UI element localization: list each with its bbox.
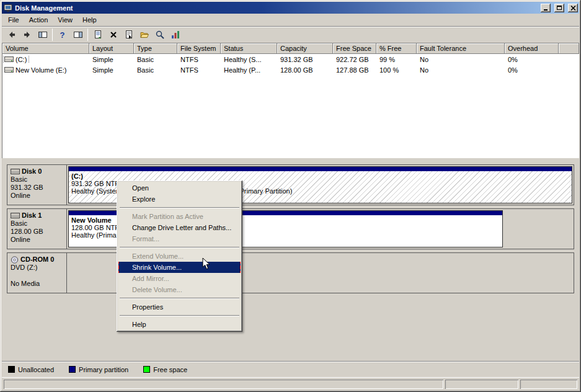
hard-disk-icon <box>11 168 20 175</box>
column-header-layout[interactable]: Layout <box>89 43 134 54</box>
toolbar-console-tree-button[interactable] <box>35 28 50 42</box>
disk-state: Online <box>11 192 63 200</box>
disk-0-header[interactable]: Disk 0 Basic 931.32 GB Online <box>7 165 67 205</box>
back-arrow-icon <box>7 30 17 40</box>
toolbar-forward-button[interactable] <box>19 28 35 42</box>
drive-icon <box>4 56 14 63</box>
toolbar-properties-button[interactable] <box>121 28 136 42</box>
status-pane-main <box>4 380 443 389</box>
toolbar-separator <box>52 29 53 41</box>
volume-row-e[interactable]: New Volume (E:) Simple Basic NTFS Health… <box>2 65 579 75</box>
column-header-file-system[interactable]: File System <box>177 43 221 54</box>
forward-arrow-icon <box>22 30 32 40</box>
menu-separator <box>120 315 239 316</box>
console-tree-icon <box>38 30 48 40</box>
column-header-status[interactable]: Status <box>221 43 277 54</box>
toolbar-delete-button[interactable] <box>105 28 121 42</box>
help-icon: ? <box>60 30 65 40</box>
cell-fault-tolerance: No <box>417 66 505 74</box>
menu-item-properties[interactable]: Properties <box>118 301 241 313</box>
status-pane-secondary <box>445 380 518 389</box>
menu-action[interactable]: Action <box>24 14 53 25</box>
cd-rom-icon <box>11 256 19 264</box>
toolbar-views-button[interactable] <box>167 28 183 42</box>
cell-fault-tolerance: No <box>417 56 505 63</box>
window-title: Disk Management <box>15 4 537 12</box>
cdrom-0-header[interactable]: CD-ROM 0 DVD (Z:) No Media <box>7 253 67 293</box>
drive-icon <box>4 66 14 73</box>
disk-0-row: Disk 0 Basic 931.32 GB Online (C:) 931.3… <box>7 164 574 205</box>
cell-pct-free: 100 % <box>376 66 417 74</box>
menu-file[interactable]: File <box>3 14 24 25</box>
menu-item-change-drive-letter[interactable]: Change Drive Letter and Paths... <box>118 222 241 233</box>
menu-item-help[interactable]: Help <box>118 319 241 330</box>
legend-unallocated: Unallocated <box>8 366 54 373</box>
menu-separator <box>120 207 239 208</box>
menu-item-open[interactable]: Open <box>118 182 241 194</box>
menu-view[interactable]: View <box>53 14 78 25</box>
menu-item-explore[interactable]: Explore <box>118 194 241 205</box>
cell-free-space: 922.72 GB <box>333 56 376 63</box>
action-pane-icon <box>73 30 83 40</box>
column-header-capacity[interactable]: Capacity <box>277 43 333 54</box>
magnifier-icon <box>155 30 165 40</box>
cell-file-system: NTFS <box>177 56 221 63</box>
status-bar <box>2 377 579 390</box>
minimize-icon <box>544 9 548 11</box>
volume-label-focus: (C:) <box>4 56 29 63</box>
menu-item-add-mirror: Add Mirror... <box>118 273 241 284</box>
disk-kind: Basic <box>11 176 63 184</box>
column-header-filler <box>559 43 579 54</box>
toolbar-find-button[interactable] <box>152 28 167 42</box>
disk-management-window: Disk Management File Action View Help <box>0 0 581 392</box>
disk-1-row: Disk 1 Basic 128.00 GB Online New Volume… <box>7 208 574 249</box>
volume-name: (C:) <box>16 56 27 63</box>
toolbar: ? <box>2 26 579 43</box>
column-header-type[interactable]: Type <box>134 43 177 54</box>
open-folder-icon <box>140 30 149 40</box>
views-chart-icon <box>171 30 180 40</box>
close-icon <box>570 6 576 11</box>
close-button[interactable] <box>568 4 578 12</box>
legend-primary-partition: Primary partition <box>69 366 128 373</box>
disk-size: 128.00 GB <box>11 228 63 236</box>
cell-status: Healthy (S... <box>221 56 277 63</box>
column-header-free-space[interactable]: Free Space <box>333 43 376 54</box>
menu-item-delete-volume: Delete Volume... <box>118 284 241 295</box>
disk-name: Disk 1 <box>22 212 42 220</box>
disk-size <box>11 272 63 280</box>
menu-help[interactable]: Help <box>78 14 102 25</box>
cell-capacity: 931.32 GB <box>277 56 333 63</box>
title-bar[interactable]: Disk Management <box>2 2 579 14</box>
cell-type: Basic <box>134 66 177 74</box>
disk-state: Online <box>11 236 63 244</box>
maximize-button[interactable] <box>554 4 564 12</box>
disk-1-header[interactable]: Disk 1 Basic 128.00 GB Online <box>7 209 67 249</box>
app-icon <box>4 4 12 12</box>
column-header-pct-free[interactable]: % Free <box>376 43 417 54</box>
volume-row-c[interactable]: (C:) Simple Basic NTFS Healthy (S... 931… <box>2 54 579 65</box>
toolbar-export-list-button[interactable] <box>90 28 105 42</box>
mouse-cursor <box>202 257 211 270</box>
column-header-overhead[interactable]: Overhead <box>505 43 559 54</box>
partition-context-menu: Open Explore Mark Partition as Active Ch… <box>117 180 242 332</box>
toolbar-help-button[interactable]: ? <box>55 28 70 42</box>
partition-label: (C:) <box>71 172 569 180</box>
graphical-view-panel: Disk 0 Basic 931.32 GB Online (C:) 931.3… <box>2 161 579 361</box>
menu-item-shrink-volume[interactable]: Shrink Volume... <box>118 262 241 273</box>
menu-separator <box>120 298 239 299</box>
toolbar-back-button[interactable] <box>4 28 19 42</box>
primary-partition-stripe <box>69 167 572 171</box>
cell-file-system: NTFS <box>177 66 221 74</box>
delete-x-icon <box>109 30 118 40</box>
legend-free-space: Free space <box>143 366 187 373</box>
minimize-button[interactable] <box>541 4 551 12</box>
cell-overhead: 0% <box>505 56 559 63</box>
disk-size: 931.32 GB <box>11 184 63 192</box>
toolbar-open-folder-button[interactable] <box>136 28 152 42</box>
toolbar-action-pane-button[interactable] <box>70 28 86 42</box>
cell-type: Basic <box>134 56 177 63</box>
column-header-fault-tolerance[interactable]: Fault Tolerance <box>417 43 505 54</box>
toolbar-separator <box>87 29 88 41</box>
column-header-volume[interactable]: Volume <box>2 43 89 54</box>
